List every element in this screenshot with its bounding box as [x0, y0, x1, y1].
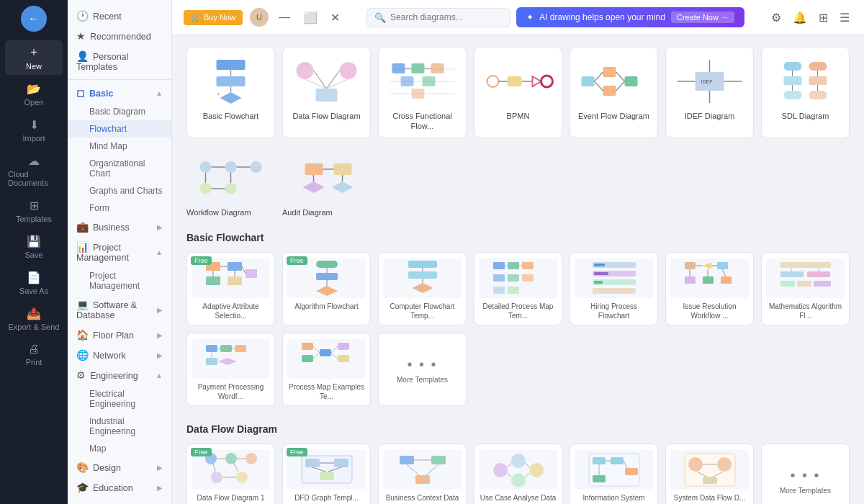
template-dfd-3[interactable]: Business Context Data F...	[378, 444, 467, 504]
svg-rect-25	[508, 76, 522, 86]
template-mathematics-algo[interactable]: Mathematics Algorithm Fl...	[761, 252, 850, 325]
maximize-button[interactable]: ⬜	[300, 8, 320, 27]
sidebar-item-saveas[interactable]: 📄 Save As	[5, 266, 63, 300]
sidebar-design[interactable]: 🎨Design ▶	[68, 457, 171, 477]
event-flow-thumb	[576, 56, 652, 107]
sidebar-item-import[interactable]: ⬇ Import	[5, 114, 63, 147]
svg-rect-93	[522, 262, 534, 269]
ai-banner[interactable]: ✦ AI drawing helps open your mind Create…	[516, 7, 744, 27]
template-dfd-1[interactable]: Free	[186, 444, 275, 504]
svg-marker-26	[533, 76, 541, 86]
sidebar-network[interactable]: 🌐Network ▶	[68, 345, 171, 365]
sidebar-personal-templates[interactable]: 👤Personal Templates	[68, 46, 171, 76]
svg-rect-45	[784, 62, 802, 71]
template-algorithm[interactable]: Free Algorithm Flowchart	[282, 252, 371, 325]
svg-rect-47	[784, 76, 802, 85]
search-input[interactable]	[390, 12, 503, 22]
sidebar-item-export[interactable]: 📤 Export & Send	[5, 302, 63, 336]
svg-line-142	[331, 346, 338, 353]
svg-marker-2	[220, 92, 242, 104]
template-audit[interactable]: Audit Diagram	[282, 153, 371, 217]
template-data-flow[interactable]: Data Flow Diagram	[282, 47, 371, 138]
sidebar-engineering[interactable]: ⚙Engineering ▲	[68, 365, 171, 385]
template-sdl[interactable]: SDL Diagram	[761, 47, 850, 138]
buy-now-button[interactable]: 🛒 Buy Now	[184, 10, 243, 25]
svg-point-58	[200, 183, 212, 194]
engineering-icon: ⚙	[76, 369, 86, 381]
sidebar-item-cloud[interactable]: ☁ Cloud Documents	[5, 150, 63, 192]
template-workflow[interactable]: Workflow Diagram	[186, 153, 275, 217]
sidebar-project-mgmt[interactable]: 📊Project Management ▲	[68, 237, 171, 267]
software-icon: 💻	[76, 299, 89, 310]
close-button[interactable]: ✕	[328, 8, 343, 27]
sidebar-basic[interactable]: ◻Basic ▲	[68, 83, 171, 103]
menu-icon[interactable]: ☰	[837, 8, 852, 27]
sidebar-recent[interactable]: 🕐Recent	[68, 6, 171, 26]
project-icon: 📊	[76, 241, 89, 253]
sidebar-item-save[interactable]: 💾 Save	[5, 230, 63, 264]
sidebar-sub-map[interactable]: Map	[68, 440, 171, 457]
basic-flowchart-row2: Payment Processing Wordf...	[186, 333, 850, 406]
more-templates-basic[interactable]: • • • More Templates	[378, 333, 467, 406]
layout-icon[interactable]: ⊞	[816, 8, 831, 27]
sidebar-item-new[interactable]: ＋ New	[5, 40, 63, 75]
sidebar-sub-electrical[interactable]: Electrical Engineering	[68, 385, 171, 413]
basic-flowchart-section: Basic Flowchart Free	[186, 232, 850, 406]
svg-rect-139	[338, 355, 349, 362]
template-computer-flowchart[interactable]: Computer Flowchart Temp...	[378, 252, 467, 325]
sidebar-recommended[interactable]: ★Recommended	[68, 26, 171, 46]
svg-marker-88	[412, 283, 433, 293]
idef-name: IDEF Diagram	[672, 111, 747, 121]
sidebar-sub-form[interactable]: Form	[68, 199, 171, 217]
svg-rect-122	[780, 281, 795, 287]
template-dfd-4[interactable]: Use Case Analyse Data F...	[474, 444, 562, 504]
template-issue-resolution[interactable]: Issue Resolution Workflow ...	[665, 252, 754, 325]
sidebar-floor-plan[interactable]: 🏠Floor Plan ▶	[68, 325, 171, 345]
svg-line-38	[616, 81, 625, 91]
sidebar-sub-mind-map[interactable]: Mind Map	[68, 138, 171, 155]
sidebar-item-print[interactable]: 🖨 Print	[5, 338, 63, 371]
template-payment-processing[interactable]: Payment Processing Wordf...	[186, 333, 275, 406]
template-adaptive[interactable]: Free Ad	[186, 252, 275, 325]
template-basic-flowchart[interactable]: ✦ Basic Flowchart	[186, 47, 275, 138]
svg-point-55	[200, 161, 212, 173]
sidebar-item-open[interactable]: 📂 Open	[5, 78, 63, 111]
notification-icon[interactable]: 🔔	[790, 8, 810, 27]
sidebar-education[interactable]: 🎓Education ▶	[68, 477, 171, 498]
template-cross-functional[interactable]: Cross Functional Flow...	[378, 47, 467, 138]
data-flow-name: Data Flow Diagram	[289, 111, 364, 121]
template-event-flow[interactable]: Event Flow Diagram	[570, 47, 658, 138]
basic-flowchart-row1: Free Ad	[186, 252, 850, 325]
svg-line-152	[234, 464, 238, 472]
sidebar-business[interactable]: 💼Business ▶	[68, 217, 171, 237]
divider-1	[68, 79, 171, 80]
sidebar-sub-graphs-charts[interactable]: Graphs and Charts	[68, 182, 171, 199]
template-detailed-process[interactable]: Detailed Process Map Tem...	[474, 252, 562, 325]
settings-icon[interactable]: ⚙	[768, 8, 784, 27]
personal-icon: 👤	[76, 50, 89, 62]
template-bpmn[interactable]: BPMN	[474, 47, 562, 138]
sidebar-sub-project-management[interactable]: Project Management	[68, 267, 171, 294]
sidebar-sub-industrial[interactable]: Industrial Engineering	[68, 413, 171, 440]
floor-plan-icon: 🏠	[76, 329, 89, 341]
sidebar-software[interactable]: 💻Software & Database ▶	[68, 294, 171, 325]
svg-line-172	[526, 463, 529, 467]
sidebar-sub-flowchart[interactable]: Flowchart	[68, 120, 171, 138]
template-hiring-process[interactable]: Hiring Process Flowchart	[570, 252, 658, 325]
svg-line-140	[313, 346, 320, 353]
template-dfd-5[interactable]: Information System Data F...	[570, 444, 658, 504]
template-process-map[interactable]: Process Map Examples Te...	[282, 333, 371, 406]
template-dfd-6[interactable]: System Data Flow D...	[665, 444, 754, 504]
minimize-button[interactable]: —	[276, 8, 293, 27]
create-now-button[interactable]: Create Now →	[671, 12, 734, 23]
svg-rect-127	[206, 345, 217, 352]
sidebar-sub-basic-diagram[interactable]: Basic Diagram	[68, 103, 171, 120]
more-templates-dfd[interactable]: • • • More Templates	[761, 444, 850, 504]
back-button[interactable]: ←	[21, 6, 47, 32]
svg-rect-82	[316, 273, 338, 280]
sidebar-sub-org-chart[interactable]: Organizational Chart	[68, 155, 171, 182]
sidebar-item-templates[interactable]: ⊞ Templates	[5, 194, 63, 228]
svg-rect-17	[412, 63, 425, 73]
template-idef[interactable]: IDEF IDEF Diagram	[665, 47, 754, 138]
template-dfd-2[interactable]: Free DFD Graph Templ...	[282, 444, 371, 504]
